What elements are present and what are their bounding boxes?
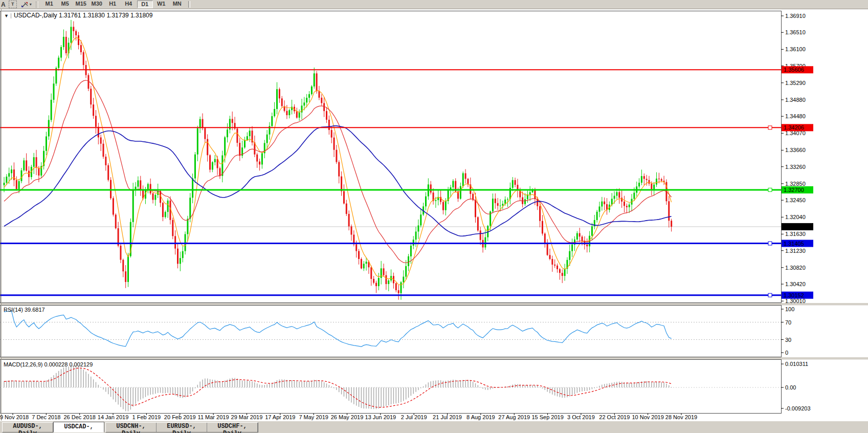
candle-body (182, 251, 184, 258)
candle-body (326, 111, 327, 120)
candle-body (658, 179, 660, 179)
candle-body (671, 221, 672, 227)
tab-eurusd[interactable]: EURUSD-, Daily (157, 423, 207, 432)
candle-body (633, 192, 635, 199)
panel-splitter (0, 303, 868, 306)
candle-body (244, 140, 246, 148)
candle-body (403, 277, 404, 283)
candle-body (274, 109, 275, 116)
hline-handle[interactable] (768, 188, 772, 191)
candle-body (462, 173, 464, 186)
candle-body (296, 111, 298, 118)
candle-body (420, 214, 421, 225)
candle-body (63, 37, 64, 47)
timeframe-button-m15[interactable]: M15 (74, 1, 88, 8)
candle-body (137, 180, 139, 186)
candle-body (98, 127, 99, 138)
candle-body (187, 219, 188, 234)
candle-body (410, 246, 412, 256)
price-tick-label: 1.31230 (785, 248, 806, 254)
candle-body (286, 111, 287, 115)
timeframe-button-m5[interactable]: M5 (58, 1, 73, 8)
candle-body (227, 129, 228, 137)
date-label: 7 Dec 2018 (32, 414, 60, 420)
chart-canvas[interactable]: 1.369101.365101.361001.357001.352901.348… (0, 0, 868, 433)
rsi-tick-label: 0 (785, 350, 788, 356)
date-label: 29 Mar 2019 (231, 414, 263, 420)
symbol-dropdown-icon[interactable]: ▼ (3, 13, 11, 18)
price-level-tag-label: 1.30152 (784, 292, 804, 298)
candle-body (303, 102, 305, 105)
timeframe-bar: M1M5M15M30H1H4D1W1MN (41, 1, 185, 8)
candle-body (100, 137, 102, 143)
candle-body (172, 220, 173, 236)
price-tick-label: 1.34880 (785, 97, 806, 103)
hline-handle[interactable] (768, 293, 772, 297)
date-label: 7 May 2019 (299, 414, 328, 420)
arrows-tool-icon[interactable] (21, 1, 29, 8)
candle-body (60, 47, 62, 58)
candle-body (321, 98, 322, 103)
candle-body (559, 269, 561, 273)
timeframe-button-h1[interactable]: H1 (105, 1, 120, 8)
price-tick-label: 1.35290 (785, 80, 806, 86)
candle-body (207, 139, 208, 156)
arrows-dropdown-caret[interactable]: ▾ (30, 2, 32, 7)
candle-body (93, 104, 94, 116)
price-tick-label: 1.36910 (785, 13, 806, 19)
rsi-tick-label: 70 (785, 319, 791, 326)
tab-usdcad[interactable]: USDCAD-, Daily (53, 422, 104, 432)
date-label: 11 Mar 2019 (198, 414, 229, 420)
tab-usdcnh[interactable]: USDCNH-, Daily (106, 423, 157, 432)
candle-body (366, 262, 367, 264)
candle-body (167, 201, 169, 212)
candle-body (629, 205, 630, 207)
toolbar-grip[interactable] (36, 2, 38, 8)
candle-body (70, 27, 72, 42)
candle-body (73, 27, 74, 31)
price-tick-label: 1.30420 (785, 281, 806, 287)
timeframe-button-h4[interactable]: H4 (121, 1, 136, 8)
timeframe-button-m30[interactable]: M30 (90, 1, 104, 8)
date-label: 27 Aug 2019 (498, 414, 530, 420)
candle-body (199, 119, 201, 128)
tab-usdchf[interactable]: USDCHF-, Daily (207, 423, 258, 432)
candle-body (4, 183, 5, 185)
candle-body (591, 226, 593, 236)
candle-body (601, 202, 603, 207)
candle-body (16, 180, 17, 189)
candle-body (122, 260, 124, 272)
timeframe-button-m1[interactable]: M1 (42, 1, 57, 8)
candle-body (291, 107, 293, 111)
candle-body (408, 256, 409, 266)
timeframe-button-w1[interactable]: W1 (154, 1, 169, 8)
candle-body (534, 190, 536, 199)
date-label: 2 Jul 2019 (401, 414, 427, 420)
candle-body (375, 283, 377, 287)
timeframe-button-mn[interactable]: MN (170, 1, 185, 8)
candle-body (323, 103, 325, 111)
candle-body (192, 179, 193, 198)
candle-body (415, 231, 417, 240)
candle-body (465, 173, 466, 179)
text-tool-icon[interactable]: T (9, 1, 17, 8)
tab-group: USDCNH-, Daily EURUSD-, Daily USDCHF-, D… (105, 422, 258, 432)
date-label: 3 Oct 2019 (567, 414, 595, 420)
candle-body (571, 245, 573, 251)
date-label: 26 Dec 2018 (64, 414, 96, 420)
candle-body (214, 159, 216, 162)
candle-body (430, 184, 432, 192)
hline-handle[interactable] (768, 242, 772, 245)
candle-body (217, 159, 218, 168)
candle-body (38, 168, 39, 176)
tab-audusd[interactable]: AUDUSD-, Daily (2, 422, 53, 432)
candle-body (249, 131, 251, 136)
candle-body (95, 116, 97, 126)
rsi-tick-label: 30 (785, 337, 791, 343)
timeframe-button-d1[interactable]: D1 (137, 1, 153, 8)
candle-body (383, 268, 385, 275)
candle-body (194, 155, 196, 179)
hline-handle[interactable] (768, 126, 772, 129)
candle-body (90, 89, 92, 104)
toolbar-letter-icon[interactable]: A (1, 1, 6, 8)
